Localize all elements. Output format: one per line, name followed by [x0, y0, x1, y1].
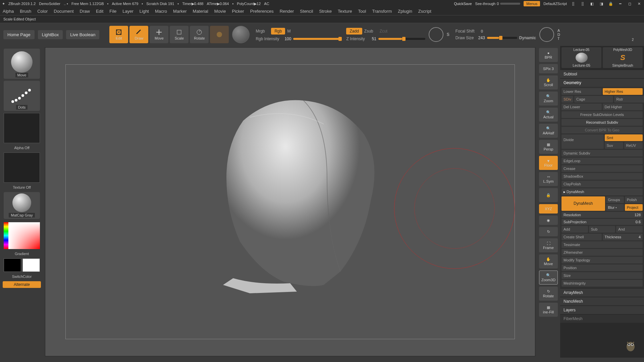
subprojection-slider[interactable]: SubProjection 0.6	[561, 219, 643, 225]
alternate-button[interactable]: Alternate	[3, 281, 41, 288]
geometry-header[interactable]: Geometry	[560, 79, 644, 87]
alpha-selector[interactable]	[4, 113, 40, 143]
lower-res-button[interactable]: Lower Res	[561, 88, 602, 95]
polish-button[interactable]: Polish	[625, 196, 643, 203]
dock-left-icon[interactable]: ◧	[589, 1, 595, 7]
dock-right-icon[interactable]: ◨	[598, 1, 604, 7]
menu-edit[interactable]: Edit	[96, 9, 103, 14]
bpr-button[interactable]: ●BPR	[539, 48, 558, 62]
zremesher-header[interactable]: ZRemesher	[561, 249, 643, 256]
dynamic-button[interactable]: Dynamic	[519, 36, 536, 40]
nanomesh-header[interactable]: NanoMesh	[560, 297, 644, 305]
quicksave-button[interactable]: QuickSave	[454, 2, 472, 6]
menu-stroke[interactable]: Stroke	[319, 9, 332, 14]
rotate-view-button[interactable]: ↻Rotate	[539, 287, 558, 301]
close-icon[interactable]: ✕	[636, 1, 642, 7]
persp-button[interactable]: ▦Persp	[539, 140, 558, 154]
menu-zscript[interactable]: Zscript	[418, 9, 431, 14]
tool-polymesh3d[interactable]: PolyMesh3D S SimpleBrush 2	[603, 47, 643, 68]
lightbox-button[interactable]: LightBox	[38, 30, 63, 39]
warp-button[interactable]: ◉	[539, 216, 558, 225]
sub-button[interactable]: Sub	[589, 226, 615, 233]
zsub-button[interactable]: Zsub	[364, 29, 378, 34]
gradient-label[interactable]: Gradient	[14, 251, 30, 256]
suv-button[interactable]: Suv	[605, 142, 623, 149]
menu-texture[interactable]: Texture	[338, 9, 352, 14]
rgb-button[interactable]: Rgb	[271, 28, 285, 35]
rotate-mode-button[interactable]: Rotate	[190, 26, 209, 43]
viewport[interactable]	[45, 47, 535, 356]
menu-marker[interactable]: Marker	[173, 9, 186, 14]
texture-selector[interactable]	[4, 153, 40, 183]
divide-button[interactable]: Divide	[561, 134, 604, 149]
scale-mode-button[interactable]: Scale	[170, 26, 189, 43]
rstr-button[interactable]: Rstr	[614, 96, 644, 103]
cage-button[interactable]: Cage	[574, 96, 613, 103]
aahalf-button[interactable]: 🔍AAHalf	[539, 124, 558, 138]
project-button[interactable]: Project	[625, 204, 643, 211]
subtool-header[interactable]: Subtool	[560, 70, 644, 78]
menu-transform[interactable]: Transform	[372, 9, 392, 14]
freeze-subdiv-button[interactable]: Freeze SubDivision Levels	[561, 111, 643, 118]
menu-render[interactable]: Render	[280, 9, 294, 14]
arraymesh-header[interactable]: ArrayMesh	[560, 289, 644, 297]
thickness-slider[interactable]: Thickness 4	[603, 234, 643, 240]
tool-lecture05[interactable]: Lecture-05 Lecture-05	[561, 47, 601, 68]
crease-header[interactable]: Crease	[561, 165, 643, 172]
menu-preferences[interactable]: Preferences	[250, 9, 274, 14]
switch-color-button[interactable]: SwitchColor	[11, 274, 33, 279]
layers-header[interactable]: Layers	[560, 306, 644, 314]
dynamic-subdiv-header[interactable]: Dynamic Subdiv	[561, 150, 643, 157]
edgeloop-header[interactable]: EdgeLoop	[561, 158, 643, 164]
menu-material[interactable]: Material	[193, 9, 208, 14]
convert-bpr-button[interactable]: Convert BPR To Geo	[561, 127, 643, 133]
menu-stencil[interactable]: Stencil	[300, 9, 313, 14]
menu-layer[interactable]: Layer	[122, 9, 133, 14]
zoom-button[interactable]: 🔍Zoom	[539, 92, 558, 106]
maximize-icon[interactable]: ◻	[627, 1, 633, 7]
color-picker[interactable]	[4, 222, 40, 249]
menu-picker[interactable]: Picker	[232, 9, 244, 14]
del-higher-button[interactable]: Del Higher	[603, 104, 643, 110]
sdiv-slider[interactable]: SDiv	[561, 96, 573, 103]
shadowbox-header[interactable]: ShadowBox	[561, 173, 643, 180]
menu-tool[interactable]: Tool	[358, 9, 366, 14]
menu-light[interactable]: Light	[140, 9, 149, 14]
live-boolean-button[interactable]: Live Boolean	[66, 30, 99, 39]
floor-button[interactable]: ▼Floor	[539, 156, 558, 170]
m-button[interactable]: M	[287, 29, 301, 34]
actual-button[interactable]: 🔍Actual	[539, 108, 558, 122]
default-zscript[interactable]: DefaultZScript	[543, 2, 567, 6]
scroll-button[interactable]: ✋Scroll	[539, 75, 558, 89]
meshintegrity-header[interactable]: MeshIntegrity	[561, 280, 643, 287]
reuv-button[interactable]: ReUV	[624, 142, 643, 149]
position-header[interactable]: Position	[561, 264, 643, 271]
draw-size-slider[interactable]: Draw Size 243 Dynamic	[455, 36, 536, 40]
color-white-swatch[interactable]	[22, 258, 40, 272]
draw-gyro-icon[interactable]	[539, 27, 554, 42]
blur-slider[interactable]: Blur •	[606, 204, 624, 211]
zoom3d-button[interactable]: 🔍Zoom3D	[539, 270, 558, 285]
mrgb-label[interactable]: Mrgb	[256, 29, 269, 34]
menu-alpha[interactable]: Alpha	[3, 9, 14, 14]
move-view-button[interactable]: ✋Move	[539, 254, 558, 268]
see-through-slider[interactable]: See-through 0	[475, 2, 521, 6]
color-black-swatch[interactable]	[4, 258, 21, 272]
claypolish-header[interactable]: ClayPolish	[561, 181, 643, 187]
zcut-button[interactable]: Zcut	[380, 29, 393, 34]
material-sphere[interactable]	[232, 26, 250, 43]
move-mode-button[interactable]: Move	[150, 26, 168, 43]
smt-button[interactable]: Smt	[605, 134, 643, 141]
menu-draw[interactable]: Draw	[80, 9, 90, 14]
home-page-button[interactable]: Home Page	[3, 30, 35, 39]
menu-color[interactable]: Color	[37, 9, 48, 14]
spix-button[interactable]: SPix 3	[539, 64, 558, 73]
groups-button[interactable]: Groups	[606, 196, 624, 203]
brush-selector[interactable]: Move	[4, 49, 40, 79]
menu-movie[interactable]: Movie	[214, 9, 226, 14]
fibermesh-header[interactable]: FiberMesh	[560, 315, 644, 323]
menu-zplugin[interactable]: Zplugin	[398, 9, 412, 14]
frame-button[interactable]: ⛶Frame	[539, 238, 558, 252]
line-fill-button[interactable]: ▦ine-Fill	[539, 303, 558, 317]
menu-document[interactable]: Document	[54, 9, 73, 14]
